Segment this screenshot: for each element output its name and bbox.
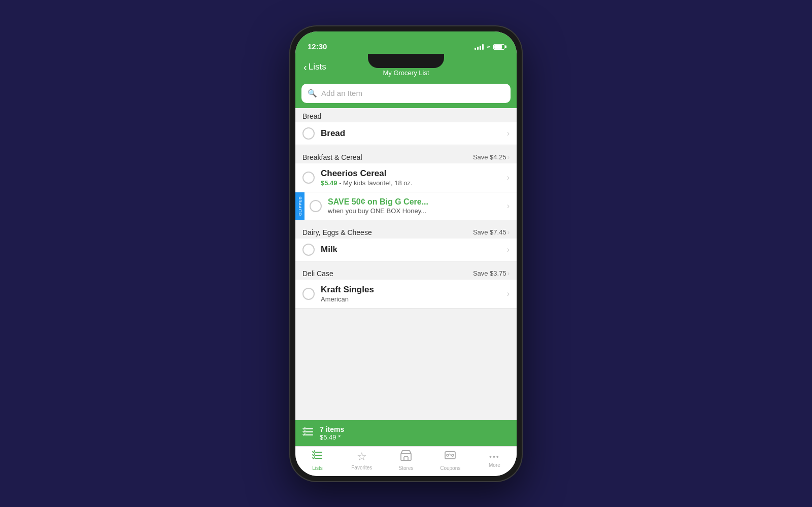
section-bread-title: Bread [302,112,321,120]
tab-favorites[interactable]: ☆ Favorites [340,450,384,470]
phone-screen: 12:30 ≈ ‹ Lists [295,31,517,476]
item-chevron-milk: › [507,245,510,254]
status-icons: ≈ [475,43,504,51]
item-chevron-kraft: › [507,289,510,298]
search-placeholder: Add an Item [321,89,362,97]
item-content-bread: Bread [321,128,501,139]
back-button[interactable]: ‹ Lists [303,62,326,72]
item-chevron-bread: › [507,129,510,138]
stores-tab-icon [400,450,412,464]
section-dairy-header: Dairy, Eggs & Cheese Save $7.45 › [295,224,517,239]
item-checkbox-bread[interactable] [302,127,315,140]
list-summary-icon [302,427,315,440]
search-bar[interactable]: 🔍 Add an Item [301,84,511,103]
item-sub-cheerios: $5.49 - My kids favorite!, 18 oz. [321,179,501,187]
tab-lists[interactable]: Lists [295,450,340,471]
section-deli-title: Deli Case [302,269,333,278]
svg-point-13 [452,454,454,456]
item-chevron-coupon: › [507,201,510,211]
item-content-kraft: Kraft Singles American [321,285,501,303]
coupons-tab-icon [444,450,456,464]
tab-favorites-label: Favorites [351,465,372,470]
more-tab-icon: ••• [489,453,500,461]
content-area: Bread Bread › Breakfast & Cereal Save $4… [295,108,517,420]
item-name-cheerios: Cheerios Cereal [321,168,501,179]
save-deli-chevron-icon: › [507,269,510,277]
item-desc-cheerios: - My kids favorite!, 18 oz. [339,179,413,187]
section-bread-header: Bread [295,108,517,122]
phone-notch [368,54,444,68]
section-breakfast-title: Breakfast & Cereal [302,153,362,161]
footer-summary-bar: 7 items $5.49 * [295,420,517,446]
section-deli-header: Deli Case Save $3.75 › [295,265,517,280]
footer-price: $5.49 * [320,433,344,441]
signal-icon [475,44,484,50]
battery-icon [493,44,504,50]
section-dairy-title: Dairy, Eggs & Cheese [302,228,372,236]
item-checkbox-kraft[interactable] [302,288,315,300]
list-item-cheerios[interactable]: Cheerios Cereal $5.49 - My kids favorite… [295,163,517,192]
section-dairy-save: Save $7.45 › [473,228,510,236]
item-chevron-cheerios: › [507,173,510,182]
back-chevron-icon: ‹ [303,62,307,72]
clipped-badge: CLIPPED [295,192,304,220]
search-container: 🔍 Add an Item [295,84,517,108]
footer-text: 7 items $5.49 * [320,425,344,441]
search-icon: 🔍 [308,89,317,98]
item-content-milk: Milk [321,245,501,255]
list-item-coupon[interactable]: CLIPPED SAVE 50¢ on Big G Cere... when y… [295,192,517,220]
status-bar: 12:30 ≈ [295,31,517,54]
section-breakfast-header: Breakfast & Cereal Save $4.25 › [295,149,517,163]
list-item-bread[interactable]: Bread › [295,122,517,145]
list-item-kraft[interactable]: Kraft Singles American › [295,280,517,309]
item-price-cheerios: $5.49 [321,179,337,187]
status-time: 12:30 [308,42,327,51]
tab-coupons[interactable]: Coupons [428,450,472,471]
tab-more-label: More [489,462,500,468]
item-content-coupon: SAVE 50¢ on Big G Cere... when you buy O… [328,197,501,215]
item-checkbox-coupon[interactable] [310,200,322,212]
list-item-milk[interactable]: Milk › [295,239,517,261]
tab-more[interactable]: ••• More [472,453,517,468]
item-checkbox-cheerios[interactable] [302,172,315,184]
section-deli-save: Save $3.75 › [473,269,510,277]
save-chevron-icon: › [507,153,510,161]
section-breakfast-save: Save $4.25 › [473,153,510,161]
item-checkbox-milk[interactable] [302,244,315,256]
footer-items-count: 7 items [320,425,344,433]
tab-stores[interactable]: Stores [384,450,428,471]
header-subtitle: My Grocery List [303,69,509,77]
item-name-coupon: SAVE 50¢ on Big G Cere... [328,197,501,207]
tab-lists-label: Lists [312,465,323,471]
item-name-milk: Milk [321,245,501,255]
item-sub-coupon: when you buy ONE BOX Honey... [328,207,501,215]
save-dairy-chevron-icon: › [507,228,510,236]
tab-bar: Lists ☆ Favorites Stores [295,446,517,476]
favorites-tab-icon: ☆ [357,450,367,463]
wifi-icon: ≈ [487,43,490,51]
tab-stores-label: Stores [399,465,414,471]
item-content-cheerios: Cheerios Cereal $5.49 - My kids favorite… [321,168,501,187]
svg-point-11 [447,454,449,456]
tab-coupons-label: Coupons [440,465,460,471]
item-name-kraft: Kraft Singles [321,285,501,295]
item-name-bread: Bread [321,128,501,139]
phone-frame: 12:30 ≈ ‹ Lists [289,25,523,482]
lists-tab-icon [312,450,324,464]
back-label: Lists [309,62,326,72]
item-sub-kraft: American [321,295,501,303]
